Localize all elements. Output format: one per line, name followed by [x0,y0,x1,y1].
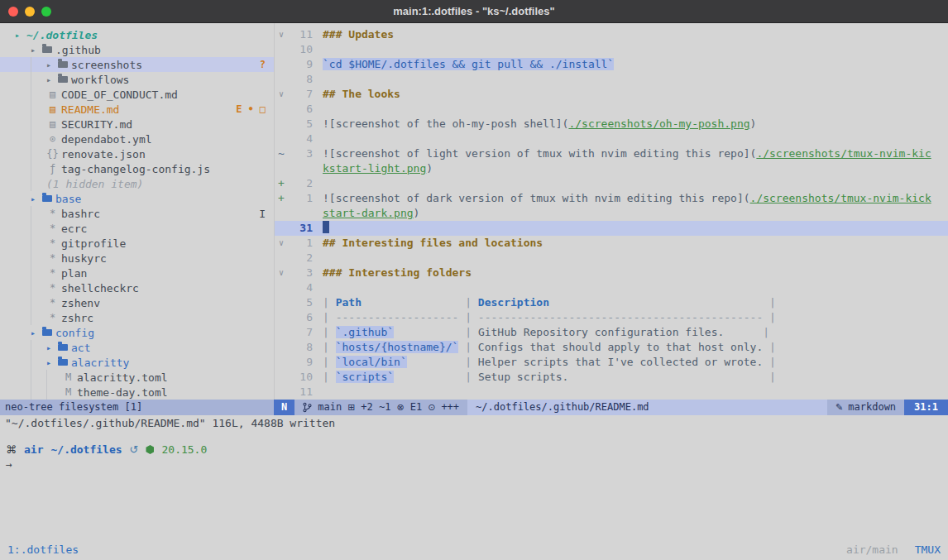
editor-line[interactable]: 4 [275,132,948,146]
tree-item-label: (1 hidden item) [46,178,143,190]
tree-item-zshrc[interactable]: *zshrc [0,310,274,325]
tree-item-base[interactable]: ▸base [0,191,274,206]
asterisk-icon: * [46,267,59,279]
text-span: | [763,356,776,368]
editor-line[interactable]: 8| `hosts/{hostname}/` | Configs that sh… [275,340,948,355]
minimize-button[interactable] [25,7,35,17]
editor-line[interactable]: 10 [275,42,948,57]
editor-line[interactable]: ∨1## Interesting files and locations [275,236,948,251]
editor-line[interactable]: 6 [275,102,948,117]
tree-item-gitprofile[interactable]: *gitprofile [0,236,274,251]
tree-item-security-md[interactable]: ▤SECURITY.md [0,117,274,132]
gutter-sign-empty [275,310,288,325]
indent-guide [31,295,46,310]
text-span: | [323,326,336,338]
tree-item-label: SECURITY.md [61,118,132,131]
line-number: 8 [288,340,313,355]
editor-line[interactable]: 2 [275,251,948,266]
editor-line[interactable]: ~3![screenshot of light version of tmux … [275,146,948,161]
editor-line[interactable]: 10| `scripts` | Setup scripts. | [275,370,948,385]
editor-line[interactable]: ∨7## The looks [275,87,948,102]
editor-line[interactable]: start-dark.png) [275,206,948,221]
editor-line[interactable]: +2 [275,176,948,191]
editor-line[interactable]: +1![screenshot of dark version of tmux w… [275,191,948,206]
line-text: `cd $HOME/.dotfiles && git pull && ./ins… [323,57,948,72]
editor-line[interactable]: 4 [275,280,948,295]
tree-item-workflows[interactable]: ▸workflows [0,72,274,87]
line-text: ## The looks [323,87,948,102]
editor-pane[interactable]: ∨11### Updates109`cd $HOME/.dotfiles && … [274,23,948,400]
tree-item-screenshots[interactable]: ▸screenshots? [0,57,274,72]
tmux-right-status: air/main TMUX [846,543,941,556]
text-span: ### Interesting folders [323,266,472,279]
tree-item-code-of-conduct-md[interactable]: ▤CODE_OF_CONDUCT.md [0,87,274,102]
tree-item-1-hidden-item[interactable]: (1 hidden item) [0,176,274,191]
indent-guide [31,117,46,132]
text-span [549,296,763,309]
editor-line[interactable]: ∨3### Interesting folders [275,266,948,280]
tree-item-theme-day-toml[interactable]: Mtheme-day.toml [0,385,274,400]
line-number: 7 [288,325,313,340]
tree-item-bashrc[interactable]: *bashrcI [0,206,274,221]
editor-line[interactable]: 5![screenshot of the oh-my-posh shell](.… [275,117,948,132]
tree-item-renovate-json[interactable]: {}renovate.json [0,146,274,161]
tree-item-label: plan [61,267,87,280]
indent-guide [31,57,46,72]
tree-item-plan[interactable]: *plan [0,266,274,280]
text-span: ) [426,162,433,175]
asterisk-icon: * [46,223,59,234]
editor-line[interactable]: 6| ------------------- | ---------------… [275,310,948,325]
indent-guide [15,161,31,176]
line-text [323,280,948,295]
tree-item-config[interactable]: ▸config [0,325,274,340]
tree-item-act[interactable]: ▸act [0,340,274,355]
tree-item-label: renovate.json [61,148,146,160]
line-number: 3 [288,146,313,161]
tree-item-zshenv[interactable]: *zshenv [0,295,274,310]
tree-item-github[interactable]: ▸.github [0,42,274,57]
editor-line[interactable]: 8 [275,72,948,87]
editor-line[interactable]: 9| `local/bin` | Helper scripts that I'v… [275,355,948,370]
editor-line[interactable]: 31 [275,221,948,236]
editor-line[interactable]: ∨11### Updates [275,27,948,42]
tmux-window-label[interactable]: 1:.dotfiles [7,543,79,556]
diagnostics: E1 [410,400,422,415]
git-status-badge: □ [260,103,266,115]
tree-item-shellcheckrc[interactable]: *shellcheckrc [0,280,274,295]
md-icon: ▤ [46,89,59,100]
tmux-pane-shell[interactable]: ⌘ air ~/.dotfiles ↺ 20.15.0 → [0,443,948,471]
line-number [288,161,313,176]
line-number: 1 [288,191,313,206]
editor-line[interactable]: 5| Path | Description | [275,295,948,310]
indent-guide [15,310,31,325]
tree-item-dotfiles[interactable]: ▸~/.dotfiles [0,27,274,42]
tree-item-huskyrc[interactable]: *huskyrc [0,251,274,266]
close-button[interactable] [8,7,18,17]
indent-guide [31,146,46,161]
error-icon: ⊗ [396,400,404,415]
tree-item-alacritty-toml[interactable]: Malacritty.toml [0,370,274,385]
editor-line[interactable]: 9`cd $HOME/.dotfiles && git pull && ./in… [275,57,948,72]
editor-line[interactable]: kstart-light.png) [275,161,948,176]
text-span: | [323,356,336,368]
gutter-sign-empty [275,102,288,117]
tree-item-label: CODE_OF_CONDUCT.md [61,89,178,101]
text-span: `.github` [336,326,394,338]
line-number: 4 [288,132,313,146]
editor-line[interactable]: 11 [275,385,948,400]
indent-guide [15,340,31,355]
filetype-label: markdown [848,400,896,415]
tree-item-readme-md[interactable]: ▤README.mdE•□ [0,102,274,117]
folder-icon [58,359,68,366]
pencil-icon: ✎ [835,400,843,415]
text-span: `cd $HOME/.dotfiles && git pull && ./ins… [323,58,614,70]
indent-guide [15,146,31,161]
zoom-button[interactable] [41,7,51,17]
tree-item-tag-changelog-config-js[interactable]: ƒtag-changelog-config.js [0,161,274,176]
text-span: | [323,296,336,309]
editor-line[interactable]: 7| `.github` | GitHub Repository configu… [275,325,948,340]
tree-item-dependabot-yml[interactable]: ⊙dependabot.yml [0,132,274,146]
tree-item-ecrc[interactable]: *ecrc [0,221,274,236]
tree-item-alacritty[interactable]: ▸alacritty [0,355,274,370]
gutter-sign: ~ [275,146,288,161]
